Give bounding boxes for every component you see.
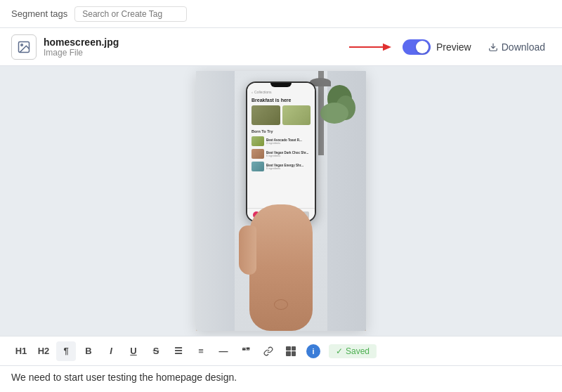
strikethrough-button[interactable]: S xyxy=(146,341,166,361)
hand-thumb xyxy=(239,226,256,275)
table-icon xyxy=(286,346,296,356)
hand-tattoo xyxy=(274,299,288,310)
file-type-label: Image File xyxy=(44,48,119,58)
list-info-1: Best Avocado Toast R... 4 ingredients xyxy=(266,138,311,145)
top-bar: Segment tags xyxy=(0,0,562,28)
bold-button[interactable]: B xyxy=(79,341,98,361)
preview-toggle-wrapper[interactable]: Preview xyxy=(403,39,471,55)
body-text: We need to start user testing the homepa… xyxy=(11,372,237,383)
phone-device: ‹ Collections Breakfast is here Born To … xyxy=(246,81,316,222)
file-info: homescreen.jpg Image File xyxy=(11,34,119,60)
divider-button[interactable]: — xyxy=(214,341,233,361)
phone-title: Breakfast is here xyxy=(247,96,315,105)
main-content: ‹ Collections Breakfast is here Born To … xyxy=(0,66,562,336)
paragraph-button[interactable]: ¶ xyxy=(56,341,76,361)
collections-label: Collections xyxy=(254,90,271,94)
list-title-2: Best Vegan Dark Choc Shr... xyxy=(266,151,311,155)
bg-pillar-left xyxy=(196,71,235,331)
svg-marker-3 xyxy=(383,43,391,50)
file-type-icon xyxy=(11,34,37,60)
phone-list-item-2: Best Vegan Dark Choc Shr... 6 ingredient… xyxy=(247,148,315,160)
blockquote-icon: ❝❞ xyxy=(242,346,250,355)
list-thumb-2 xyxy=(251,149,264,159)
italic-button[interactable]: I xyxy=(101,341,121,361)
divider-icon: — xyxy=(219,346,228,356)
underline-icon: U xyxy=(130,346,136,356)
leaf3 xyxy=(320,103,348,124)
born-to-try-label: Born To Try xyxy=(247,128,315,135)
phone-list-item-3: Best Vegan Energy Shr... 8 ingredients xyxy=(247,160,315,173)
download-button[interactable]: Download xyxy=(483,39,551,55)
image-preview: ‹ Collections Breakfast is here Born To … xyxy=(196,71,366,331)
preview-toggle[interactable] xyxy=(403,39,431,55)
greenery xyxy=(313,85,355,141)
phone-scene: ‹ Collections Breakfast is here Born To … xyxy=(196,71,366,331)
check-icon: ✓ xyxy=(336,346,343,356)
tag-search-input[interactable] xyxy=(74,6,187,22)
link-button[interactable] xyxy=(259,341,278,361)
blockquote-button[interactable]: ❝❞ xyxy=(236,341,256,361)
text-content-area[interactable]: We need to start user testing the homepa… xyxy=(0,365,562,392)
download-icon xyxy=(488,42,498,52)
arrow-annotation xyxy=(349,40,391,54)
file-actions: Preview Download xyxy=(349,39,551,55)
paragraph-icon: ¶ xyxy=(63,346,68,356)
list-info-2: Best Vegan Dark Choc Shr... 6 ingredient… xyxy=(266,151,311,157)
ordered-list-button[interactable]: ≡ xyxy=(191,341,211,361)
underline-button[interactable]: U xyxy=(124,341,143,361)
file-header: homescreen.jpg Image File Preview Downlo… xyxy=(0,28,562,66)
phone-card-2 xyxy=(282,105,311,125)
list-thumb-1 xyxy=(251,136,264,146)
info-button[interactable]: i xyxy=(303,341,323,361)
preview-label: Preview xyxy=(436,41,471,53)
heading1-button[interactable]: H1 xyxy=(11,341,31,361)
phone-notch xyxy=(270,83,292,87)
saved-label: Saved xyxy=(346,346,370,356)
phone-list-item-1: Best Avocado Toast R... 4 ingredients xyxy=(247,135,315,148)
phone-card-1 xyxy=(251,105,280,125)
segment-tags-label: Segment tags xyxy=(11,8,67,19)
bullet-list-button[interactable]: ☰ xyxy=(169,341,188,361)
hand xyxy=(249,204,313,331)
svg-point-1 xyxy=(21,44,22,46)
link-icon xyxy=(263,346,273,356)
strikethrough-icon: S xyxy=(153,346,159,356)
phone-screen: ‹ Collections Breakfast is here Born To … xyxy=(247,83,315,221)
phone-grid xyxy=(247,105,315,125)
file-details: homescreen.jpg Image File xyxy=(44,37,119,58)
file-name: homescreen.jpg xyxy=(44,37,119,48)
info-icon: i xyxy=(306,344,320,358)
list-sub-1: 4 ingredients xyxy=(266,142,311,145)
toggle-knob xyxy=(416,41,429,53)
list-sub-3: 8 ingredients xyxy=(266,167,311,170)
bullet-list-icon: ☰ xyxy=(174,346,183,356)
back-arrow-icon: ‹ xyxy=(251,90,253,94)
list-info-3: Best Vegan Energy Shr... 8 ingredients xyxy=(266,164,311,170)
heading2-button[interactable]: H2 xyxy=(34,341,53,361)
download-label: Download xyxy=(502,41,545,53)
list-sub-2: 6 ingredients xyxy=(266,155,311,157)
list-thumb-3 xyxy=(251,162,264,171)
saved-badge: ✓ Saved xyxy=(329,344,377,358)
bold-icon: B xyxy=(85,346,91,356)
toolbar: H1 H2 ¶ B I U S ☰ ≡ — ❝❞ i xyxy=(0,336,562,365)
italic-icon: I xyxy=(110,346,112,356)
ordered-list-icon: ≡ xyxy=(198,346,204,356)
table-button[interactable] xyxy=(281,341,301,361)
